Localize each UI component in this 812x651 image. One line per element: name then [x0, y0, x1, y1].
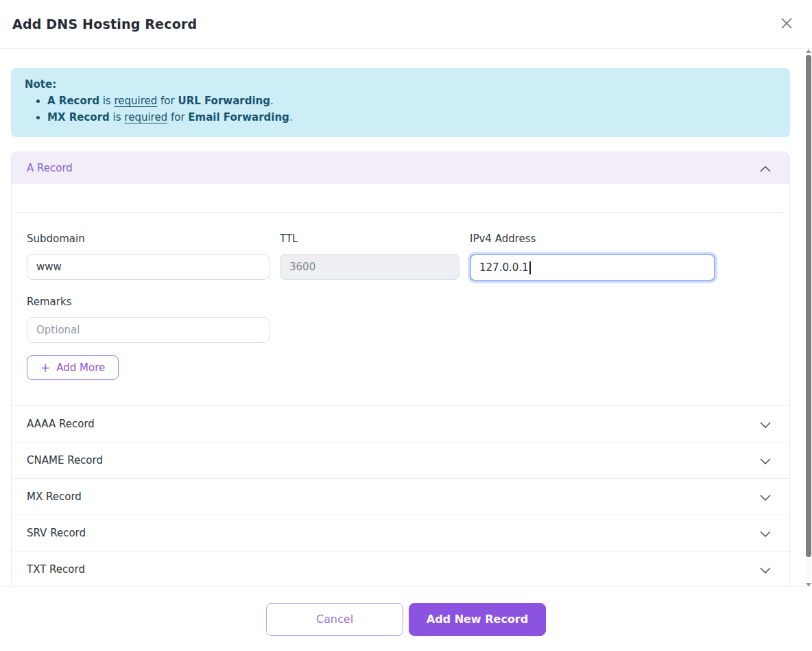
accordion-header-txt-record[interactable]: TXT Record [12, 551, 789, 587]
ipv4-field-group: IPv4 Address 127.0.0.1 [470, 233, 715, 281]
ttl-label: TTL [280, 233, 459, 245]
accordion-row-label: MX Record [27, 490, 82, 503]
accordion-row-label: AAAA Record [27, 418, 95, 430]
subdomain-label: Subdomain [27, 233, 270, 245]
accordion-row-label: SRV Record [27, 527, 86, 539]
note-box: Note: A Record is required for URL Forwa… [11, 68, 790, 137]
text-cursor [529, 261, 531, 274]
accordion-header-srv-record[interactable]: SRV Record [12, 514, 789, 551]
close-icon [779, 16, 794, 33]
remarks-input[interactable] [27, 317, 270, 343]
subdomain-field-group: Subdomain [27, 233, 270, 281]
a-record-fields: Subdomain TTL IPv4 Address 127.0.0.1 [12, 213, 789, 405]
chevron-down-icon [760, 418, 771, 431]
remarks-field-group: Remarks [27, 296, 270, 343]
plus-icon: + [40, 362, 50, 374]
ttl-field-group: TTL [280, 233, 459, 281]
ipv4-address-label: IPv4 Address [470, 233, 715, 245]
note-item-mx-record: MX Record is required for Email Forwardi… [47, 109, 778, 126]
remarks-label: Remarks [27, 296, 270, 308]
ipv4-address-input[interactable]: 127.0.0.1 [470, 254, 715, 281]
add-more-label: Add More [56, 362, 105, 374]
accordion-header-aaaa-record[interactable]: AAAA Record [12, 405, 789, 442]
accordion-row-label: CNAME Record [27, 454, 103, 466]
modal-body: Note: A Record is required for URL Forwa… [0, 49, 812, 588]
chevron-down-icon [760, 454, 771, 467]
dns-record-accordion: A Record Subdomain TTL IP [11, 152, 790, 588]
accordion-header-label: A Record [27, 162, 73, 174]
accordion-header-cname-record[interactable]: CNAME Record [12, 442, 789, 478]
cancel-button[interactable]: Cancel [266, 603, 403, 636]
modal-title: Add DNS Hosting Record [12, 16, 197, 32]
chevron-down-icon [760, 527, 771, 540]
note-list: A Record is required for URL Forwarding.… [25, 93, 778, 126]
scrollbar-up-arrow-icon[interactable] [806, 49, 811, 53]
a-record-section-content: Subdomain TTL IPv4 Address 127.0.0.1 [12, 212, 789, 405]
vertical-scrollbar[interactable] [806, 49, 811, 587]
chevron-down-icon [760, 563, 771, 576]
note-heading: Note: [25, 78, 778, 91]
ipv4-address-value: 127.0.0.1 [479, 261, 529, 274]
ttl-input [280, 254, 459, 280]
add-more-button[interactable]: + Add More [27, 355, 119, 380]
modal-header: Add DNS Hosting Record [0, 0, 812, 49]
chevron-up-icon [760, 162, 771, 175]
accordion-row-label: TXT Record [27, 563, 85, 576]
modal-footer: Cancel Add New Record [0, 587, 812, 651]
accordion-header-mx-record[interactable]: MX Record [12, 478, 789, 514]
close-button[interactable] [776, 14, 797, 34]
chevron-down-icon [760, 490, 771, 504]
add-new-record-button[interactable]: Add New Record [409, 603, 546, 636]
subdomain-input[interactable] [27, 254, 270, 280]
accordion-header-a-record[interactable]: A Record [12, 152, 789, 184]
scrollbar-thumb[interactable] [806, 55, 811, 557]
note-item-a-record: A Record is required for URL Forwarding. [47, 93, 778, 109]
